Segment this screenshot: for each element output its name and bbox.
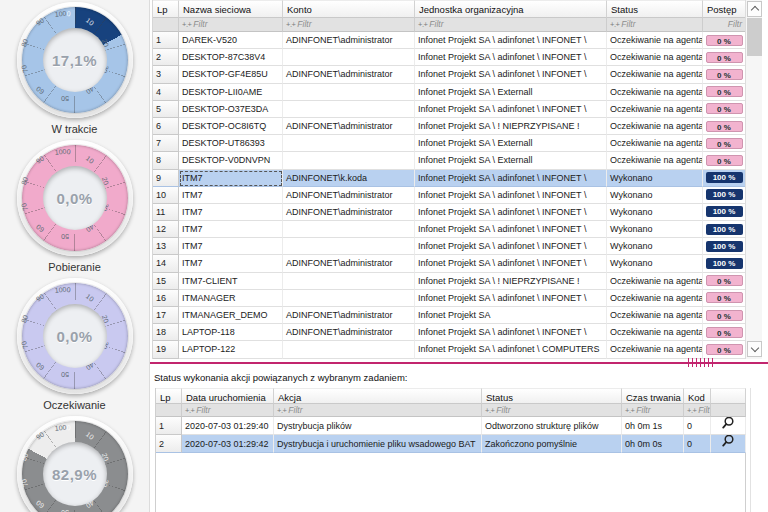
column-header-postęp[interactable]: Postęp: [703, 0, 746, 18]
column-header-status[interactable]: Status: [482, 388, 622, 404]
cell-jednostka[interactable]: Infonet Projekt SA \ adinfonet \ COMPUTE…: [415, 341, 607, 358]
cell-status[interactable]: Wykonano: [607, 238, 703, 255]
cell-lp[interactable]: 4: [153, 84, 179, 101]
cell-postep[interactable]: 100 %: [703, 255, 746, 272]
cell-postep[interactable]: 100 %: [703, 187, 746, 204]
cell-postep[interactable]: 0 %: [703, 101, 746, 118]
cell-jednostka[interactable]: Infonet Projekt SA \ adinfonet \ INFONET…: [415, 204, 607, 221]
cell-jednostka[interactable]: Infonet Projekt SA \ Externall: [415, 152, 607, 169]
cell-jednostka[interactable]: Infonet Projekt SA \ adinfonet \ INFONET…: [415, 255, 607, 272]
cell-lp[interactable]: 1: [156, 417, 182, 435]
cell-jednostka[interactable]: Infonet Projekt SA \ adinfonet \ INFONET…: [415, 170, 607, 187]
cell-nazwa-sieciowa[interactable]: DAREK-V520: [179, 32, 283, 49]
table-row[interactable]: 8DESKTOP-V0DNVPNInfonet Projekt SA \ Ext…: [153, 152, 746, 169]
cell-status[interactable]: Oczekiwanie na agenta: [607, 32, 703, 49]
cell-lp[interactable]: 7: [153, 135, 179, 152]
magnifier-icon[interactable]: [722, 417, 735, 435]
cell-lp[interactable]: 2: [153, 49, 179, 66]
cell-postep[interactable]: 0 %: [703, 32, 746, 49]
filter-cell[interactable]: +.+Filtr: [415, 18, 607, 32]
cell-lp[interactable]: 10: [153, 187, 179, 204]
cell-status[interactable]: Wykonano: [607, 187, 703, 204]
cell-jednostka[interactable]: Infonet Projekt SA \ adinfonet \ INFONET…: [415, 66, 607, 83]
cell-postep[interactable]: 0 %: [703, 341, 746, 358]
cell-konto[interactable]: ADINFONET\administrator: [283, 204, 415, 221]
cell-konto[interactable]: [283, 341, 415, 358]
cell-konto[interactable]: [283, 221, 415, 238]
cell-nazwa-sieciowa[interactable]: ITMANAGER_DEMO: [179, 307, 283, 324]
table-row[interactable]: 14ITM7ADINFONET\administratorInfonet Pro…: [153, 255, 746, 272]
cell-konto[interactable]: ADINFONET\administrator: [283, 187, 415, 204]
cell-postep[interactable]: 0 %: [703, 84, 746, 101]
column-header-lupa[interactable]: [711, 388, 746, 404]
cell-lp[interactable]: 5: [153, 101, 179, 118]
cell-nazwa-sieciowa[interactable]: LAPTOP-122: [179, 341, 283, 358]
cell-lp[interactable]: 6: [153, 118, 179, 135]
cell-lp[interactable]: 2: [156, 435, 182, 453]
cell-postep[interactable]: 0 %: [703, 290, 746, 307]
cell-jednostka[interactable]: Infonet Projekt SA \ Externall: [415, 84, 607, 101]
cell-nazwa-sieciowa[interactable]: ITM7: [179, 187, 283, 204]
filter-cell[interactable]: +.+Filtr: [283, 18, 415, 32]
cell-nazwa-sieciowa[interactable]: ITMANAGER: [179, 290, 283, 307]
cell-jednostka[interactable]: Infonet Projekt SA \ adinfonet \ INFONET…: [415, 187, 607, 204]
cell-konto[interactable]: ADINFONET\administrator: [283, 32, 415, 49]
column-header-jednostka-organizacyjna[interactable]: Jednostka organizacyjna: [415, 0, 607, 18]
cell-nazwa-sieciowa[interactable]: ITM7: [179, 170, 283, 187]
magnifier-icon[interactable]: [722, 435, 735, 453]
column-header-kod[interactable]: Kod: [684, 388, 711, 404]
cell-czas-trwania[interactable]: 0h 0m 0s: [622, 435, 684, 453]
table-row[interactable]: 22020-07-03 01:29:42Dystrybucja i urucho…: [156, 435, 746, 453]
horizontal-splitter[interactable]: [150, 362, 768, 364]
column-header-status[interactable]: Status: [607, 0, 703, 18]
cell-konto[interactable]: ADINFONET\administrator: [283, 324, 415, 341]
cell-czas-trwania[interactable]: 0h 0m 1s: [622, 417, 684, 435]
cell-lp[interactable]: 13: [153, 238, 179, 255]
cell-status[interactable]: Oczekiwanie na agenta: [607, 152, 703, 169]
cell-jednostka[interactable]: Infonet Projekt SA \ adinfonet \ INFONET…: [415, 221, 607, 238]
cell-nazwa-sieciowa[interactable]: DESKTOP-LII0AME: [179, 84, 283, 101]
table-row[interactable]: 7DESKTOP-UT86393Infonet Projekt SA \ Ext…: [153, 135, 746, 152]
cell-konto[interactable]: [283, 290, 415, 307]
table-row[interactable]: 12ITM7Infonet Projekt SA \ adinfonet \ I…: [153, 221, 746, 238]
cell-konto[interactable]: [283, 273, 415, 290]
filter-cell[interactable]: +.+Filtr: [607, 18, 703, 32]
cell-nazwa-sieciowa[interactable]: DESKTOP-O37E3DA: [179, 101, 283, 118]
cell-postep[interactable]: 0 %: [703, 307, 746, 324]
cell-status[interactable]: Oczekiwanie na agenta: [607, 307, 703, 324]
cell-lp[interactable]: 16: [153, 290, 179, 307]
cell-status[interactable]: Wykonano: [607, 221, 703, 238]
cell-lp[interactable]: 17: [153, 307, 179, 324]
cell-konto[interactable]: ADINFONET\administrator: [283, 66, 415, 83]
table-row[interactable]: 10ITM7ADINFONET\administratorInfonet Pro…: [153, 187, 746, 204]
column-header-akcja[interactable]: Akcja: [274, 388, 482, 404]
cell-konto[interactable]: [283, 238, 415, 255]
table-row[interactable]: 11ITM7ADINFONET\administratorInfonet Pro…: [153, 204, 746, 221]
cell-lp[interactable]: 15: [153, 273, 179, 290]
cell-nazwa-sieciowa[interactable]: ITM7: [179, 238, 283, 255]
cell-nazwa-sieciowa[interactable]: DESKTOP-OC8I6TQ: [179, 118, 283, 135]
cell-kod[interactable]: 0: [684, 417, 711, 435]
cell-status[interactable]: Oczekiwanie na agenta: [607, 49, 703, 66]
cell-status[interactable]: Oczekiwanie na agenta: [607, 101, 703, 118]
cell-lp[interactable]: 11: [153, 204, 179, 221]
cell-nazwa-sieciowa[interactable]: DESKTOP-UT86393: [179, 135, 283, 152]
filter-cell[interactable]: [156, 404, 182, 417]
cell-postep[interactable]: 100 %: [703, 221, 746, 238]
cell-nazwa-sieciowa[interactable]: ITM7-CLIENT: [179, 273, 283, 290]
cell-lp[interactable]: 12: [153, 221, 179, 238]
cell-status[interactable]: Oczekiwanie na agenta: [607, 341, 703, 358]
cell-konto[interactable]: ADINFONET\administrator: [283, 118, 415, 135]
cell-postep[interactable]: 0 %: [703, 118, 746, 135]
column-header-nazwa-sieciowa[interactable]: Nazwa sieciowa: [179, 0, 283, 18]
cell-status[interactable]: Oczekiwanie na agenta: [607, 118, 703, 135]
cell-status[interactable]: Wykonano: [607, 170, 703, 187]
cell-konto[interactable]: ADINFONET\administrator: [283, 255, 415, 272]
cell-lp[interactable]: 19: [153, 341, 179, 358]
table-row[interactable]: 3DESKTOP-GF4E85UADINFONET\administratorI…: [153, 66, 746, 83]
scroll-up-button[interactable]: [747, 1, 762, 17]
cell-jednostka[interactable]: Infonet Projekt SA \ adinfonet \ INFONET…: [415, 324, 607, 341]
cell-jednostka[interactable]: Infonet Projekt SA \ adinfonet \ INFONET…: [415, 101, 607, 118]
table-row[interactable]: 19LAPTOP-122Infonet Projekt SA \ adinfon…: [153, 341, 746, 358]
cell-kod[interactable]: 0: [684, 435, 711, 453]
